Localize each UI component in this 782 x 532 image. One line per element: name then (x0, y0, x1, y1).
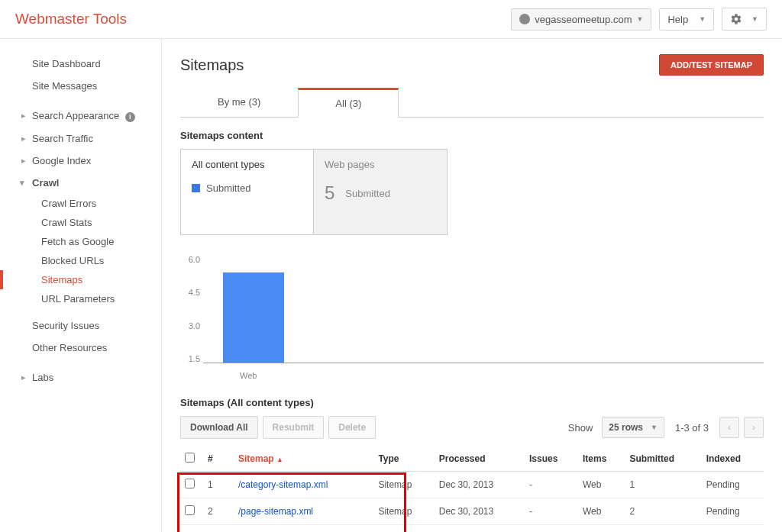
cell-issues: - (525, 472, 578, 498)
cell-submitted: 2 (625, 498, 701, 525)
sitemap-link[interactable]: /page-sitemap.xml (238, 506, 313, 517)
sidebar-item-url-parameters[interactable]: URL Parameters (0, 289, 161, 308)
wordpress-icon (519, 14, 530, 24)
main-content: Sitemaps ADD/TEST SITEMAP By me (3) All … (162, 39, 782, 532)
card-submitted-label: Submitted (206, 182, 251, 194)
cell-submitted: 1 (625, 472, 701, 498)
card-all-content-types[interactable]: All content types Submitted (180, 149, 314, 235)
page-title: Sitemaps (180, 56, 659, 74)
show-label: Show (568, 422, 593, 434)
card-title: Web pages (325, 159, 436, 170)
prev-page-button[interactable]: ‹ (719, 417, 739, 438)
card-title: All content types (192, 159, 302, 170)
logo[interactable]: Webmaster Tools (15, 11, 511, 27)
table-row: 3/post-sitemap.xmlSitemapDec 30, 2013-We… (180, 525, 764, 533)
cell-type: Sitemap (373, 498, 434, 525)
cell-indexed: Pending (702, 525, 764, 533)
cell-processed: Dec 30, 2013 (435, 498, 525, 525)
row-checkbox[interactable] (185, 479, 195, 488)
cell-processed: Dec 30, 2013 (435, 525, 525, 533)
settings-button[interactable]: ▼ (722, 8, 767, 31)
col-num[interactable]: # (203, 447, 234, 472)
col-sitemap[interactable]: Sitemap ▲ (234, 447, 373, 472)
y-axis: 6.0 4.5 3.0 1.5 (180, 255, 200, 363)
next-page-button[interactable]: › (744, 417, 764, 438)
table-row: 1/category-sitemap.xmlSitemapDec 30, 201… (180, 472, 764, 498)
tab-by-me[interactable]: By me (3) (180, 88, 298, 117)
cell-items: Web (578, 525, 625, 533)
sitemap-link[interactable]: /category-sitemap.xml (238, 479, 328, 490)
chevron-down-icon: ▼ (751, 15, 758, 23)
sidebar-item-labs[interactable]: Labs (0, 366, 161, 389)
info-icon: i (125, 112, 135, 122)
cell-type: Sitemap (373, 472, 434, 498)
col-submitted[interactable]: Submitted (625, 447, 701, 472)
section-table-title: Sitemaps (All content types) (180, 397, 764, 408)
help-button[interactable]: Help ▼ (659, 8, 714, 31)
col-indexed[interactable]: Indexed (702, 447, 764, 472)
sitemaps-table: # Sitemap ▲ Type Processed Issues Items … (180, 447, 764, 532)
cell-issues: - (525, 498, 578, 525)
sidebar-item-crawl[interactable]: Crawl (0, 172, 161, 194)
sidebar-item-google-index[interactable]: Google Index (0, 150, 161, 172)
cell-issues: - (525, 525, 578, 533)
cell-indexed: Pending (702, 472, 764, 498)
sidebar-item-crawl-stats[interactable]: Crawl Stats (0, 213, 161, 232)
resubmit-button[interactable]: Resubmit (263, 416, 325, 439)
y-tick: 1.5 (180, 354, 200, 363)
rows-select-value: 25 rows (609, 422, 643, 433)
cell-items: Web (578, 498, 625, 525)
row-checkbox[interactable] (185, 505, 195, 515)
chevron-down-icon: ▼ (699, 15, 706, 23)
site-selector[interactable]: vegasseomeetup.com ▼ (511, 8, 651, 31)
col-issues[interactable]: Issues (525, 447, 578, 472)
sidebar: Site Dashboard Site Messages Search Appe… (0, 39, 162, 532)
download-all-button[interactable]: Download All (180, 416, 258, 439)
cell-num: 2 (203, 498, 234, 525)
sidebar-item-search-appearance[interactable]: Search Appearance i (0, 105, 161, 127)
card-web-pages[interactable]: Web pages 5 Submitted (314, 149, 448, 235)
pagination-info: 1-3 of 3 (675, 422, 709, 434)
sort-asc-icon: ▲ (276, 456, 283, 463)
section-sitemaps-content: Sitemaps content (180, 130, 764, 141)
select-all-checkbox[interactable] (185, 453, 195, 463)
chart: 6.0 4.5 3.0 1.5 Web (180, 255, 764, 385)
cell-num: 1 (203, 472, 234, 498)
bar-label: Web (240, 371, 257, 380)
tabs: By me (3) All (3) (180, 88, 764, 118)
delete-button[interactable]: Delete (328, 416, 376, 439)
tab-all[interactable]: All (3) (298, 88, 399, 118)
sidebar-item-security-issues[interactable]: Security Issues (0, 314, 161, 337)
add-test-sitemap-button[interactable]: ADD/TEST SITEMAP (659, 54, 764, 76)
sidebar-item-dashboard[interactable]: Site Dashboard (0, 53, 161, 75)
gear-icon (730, 13, 742, 25)
sidebar-item-blocked-urls[interactable]: Blocked URLs (0, 251, 161, 270)
sidebar-item-other-resources[interactable]: Other Resources (0, 337, 161, 359)
legend-square-icon (192, 184, 200, 192)
cell-processed: Dec 30, 2013 (435, 472, 525, 498)
col-items[interactable]: Items (578, 447, 625, 472)
rows-select[interactable]: 25 rows ▼ (602, 417, 664, 438)
sidebar-item-crawl-errors[interactable]: Crawl Errors (0, 194, 161, 213)
sidebar-item-sitemaps[interactable]: Sitemaps (0, 270, 161, 289)
card-submitted-label: Submitted (345, 188, 390, 199)
col-processed[interactable]: Processed (435, 447, 525, 472)
sidebar-label: Search Appearance (32, 110, 119, 121)
sidebar-item-search-traffic[interactable]: Search Traffic (0, 127, 161, 150)
cell-indexed: Pending (702, 498, 764, 525)
y-tick: 3.0 (180, 321, 200, 330)
col-type[interactable]: Type (373, 447, 434, 472)
help-label: Help (667, 14, 688, 25)
sidebar-item-fetch-as-google[interactable]: Fetch as Google (0, 232, 161, 251)
cell-type: Sitemap (373, 525, 434, 533)
sidebar-item-messages[interactable]: Site Messages (0, 75, 161, 97)
site-name: vegasseomeetup.com (535, 14, 632, 25)
y-tick: 6.0 (180, 255, 200, 264)
bar-web (223, 272, 284, 363)
chevron-down-icon: ▼ (651, 424, 658, 431)
card-count: 5 (325, 182, 334, 204)
chevron-down-icon: ▼ (636, 15, 643, 23)
cell-items: Web (578, 472, 625, 498)
cell-num: 3 (203, 525, 234, 533)
cell-submitted: 2 (625, 525, 701, 533)
